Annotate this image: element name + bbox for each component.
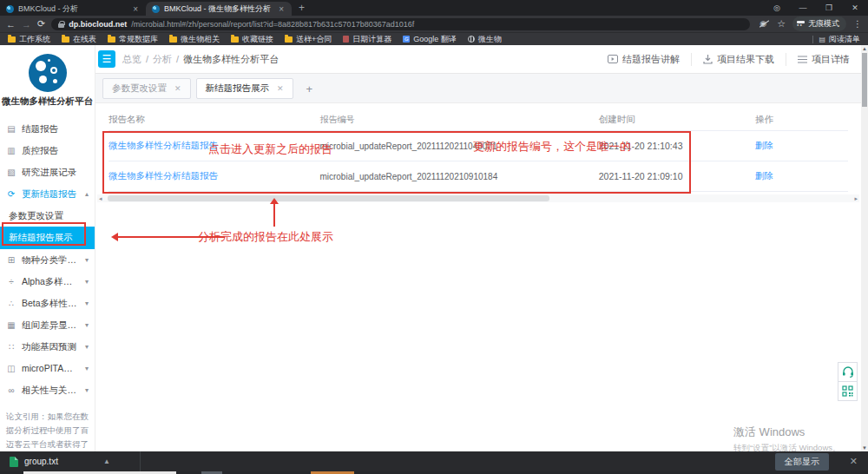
close-button[interactable]: ✕ [842, 0, 868, 16]
chevron-up-icon[interactable]: ▲ [103, 458, 110, 465]
cluster-icon: ∷ [6, 342, 16, 352]
sidebar-item-update-report[interactable]: ⟳ 更新结题报告 ▴ [0, 183, 95, 205]
folder-icon [8, 36, 16, 43]
sidebar-item-micropita[interactable]: ◫ microPITA分析 ▾ [0, 358, 95, 379]
forward-icon[interactable]: → [22, 19, 31, 30]
breadcrumb-section[interactable]: 分析 [153, 53, 172, 66]
sidebar-item-beta-diversity[interactable]: ∴ Beta多样性分析 ▾ [0, 293, 95, 314]
bookmark-link[interactable]: 微生物 [468, 34, 502, 45]
bookmark-folder[interactable]: 微生物相关 [169, 34, 220, 45]
eye-off-icon[interactable] [760, 20, 770, 29]
list-icon [798, 56, 807, 63]
annotation-unique-note: 更新的报告编号，这个是唯一的 [473, 139, 631, 155]
vertical-scrollbar[interactable]: ▲ ▼ [861, 45, 868, 451]
bookmark-link[interactable]: GGoogle 翻译 [403, 34, 457, 45]
tab-new-report-display[interactable]: 新结题报告展示 ✕ [196, 78, 293, 99]
tab-close-icon[interactable]: ✕ [174, 84, 181, 93]
project-details-button[interactable]: 项目详情 [786, 53, 861, 66]
browser-tab-analysis[interactable]: BMKCloud - 分析 × [0, 2, 146, 16]
browser-menu-icon[interactable]: ⋮ [853, 19, 862, 29]
folder-icon [285, 36, 293, 43]
reading-list-button[interactable]: ▤阅读清单 [819, 34, 860, 45]
breadcrumb-home[interactable]: 总览 [122, 53, 141, 66]
bookmark-star-icon[interactable]: ☆ [777, 18, 786, 30]
reload-icon[interactable]: ⟳ [37, 18, 45, 30]
back-icon[interactable]: ← [6, 19, 16, 30]
sidebar-item-correlation[interactable]: ∞ 相关性与关联分析 ▾ [0, 379, 95, 401]
delete-button[interactable]: 删除 [755, 140, 848, 152]
annotation-arrow-left-head [111, 233, 118, 241]
profile-icon[interactable]: ◎ [764, 0, 790, 16]
add-tab-button[interactable]: + [299, 78, 321, 99]
bookmark-link[interactable]: 日期计算器 [343, 34, 391, 45]
globe-icon [468, 36, 475, 43]
restore-button[interactable]: ❐ [816, 0, 842, 16]
divider [140, 451, 141, 471]
new-tab-button[interactable]: + [299, 2, 305, 14]
address-bar-icons: ☆ 无痕模式 ⋮ [760, 16, 862, 31]
scroll-down-icon[interactable]: ▼ [861, 445, 868, 451]
sidebar-item-group-difference[interactable]: ▦ 组间差异显著性分析 ▾ [0, 314, 95, 336]
qr-code-icon [842, 385, 853, 397]
column-create-time: 创建时间 [599, 114, 755, 126]
sidebar-item-progress-record[interactable]: ▧ 研究进展记录 [0, 161, 95, 183]
scrollbar-thumb[interactable] [108, 195, 549, 201]
scroll-left-icon[interactable]: ◂ [99, 194, 102, 202]
annotation-box-sidebar [2, 222, 86, 246]
report-explain-button[interactable]: 结题报告讲解 [596, 53, 691, 66]
bookmark-folder[interactable]: 在线表 [62, 34, 96, 45]
header-actions: 结题报告讲解 项目结果下载 项目详情 [596, 53, 861, 66]
sidebar-item-qc-report[interactable]: ▥ 质控报告 [0, 140, 95, 161]
customer-service-button[interactable] [838, 362, 858, 382]
sidebar-item-gene-prediction[interactable]: ∷ 功能基因预测 ▾ [0, 336, 95, 358]
window-controls: ◎ — ❐ ✕ [764, 0, 868, 16]
divider [812, 36, 813, 43]
bookmark-folder[interactable]: 收藏链接 [231, 34, 273, 45]
table-header-row: 报告名称 报告编号 创建时间 操作 [108, 109, 848, 131]
chevron-up-icon: ▴ [85, 190, 89, 198]
url-bar[interactable]: dp.biocloud.net/microbial.html#/zh/perso… [51, 18, 750, 30]
incognito-badge[interactable]: 无痕模式 [792, 16, 846, 31]
browser-tab-microbial[interactable]: BMKCloud - 微生物多样性分析 × [146, 2, 292, 16]
scroll-right-icon[interactable]: ▸ [854, 194, 858, 202]
folder-icon [108, 36, 115, 43]
download-icon [703, 55, 713, 64]
url-domain: dp.biocloud.net [69, 20, 127, 29]
browser-toolbar: ← → ⟳ dp.biocloud.net/microbial.html#/zh… [0, 16, 868, 32]
scrollbar-thumb[interactable] [862, 53, 867, 107]
tab-param-settings[interactable]: 参数更改设置 ✕ [102, 78, 191, 99]
sidebar-item-taxonomy[interactable]: ⊞ 物种分类学分析 ▾ [0, 249, 95, 271]
tab-close-icon[interactable]: × [131, 4, 140, 14]
sidebar: 微生物多样性分析平台 ▤ 结题报告 ▥ 质控报告 ▧ 研究进展记录 ⟳ 更新结题… [0, 45, 95, 451]
minimize-button[interactable]: — [790, 0, 816, 16]
url-path: /microbial.html#/zh/personal/report/list… [131, 20, 414, 29]
bookmark-folder[interactable]: 常规数据库 [108, 34, 158, 45]
bmkcloud-favicon [152, 5, 160, 13]
sidebar-item-alpha-diversity[interactable]: ÷ Alpha多样性分析 ▾ [0, 271, 95, 293]
page-icon [343, 36, 349, 43]
horizontal-scrollbar[interactable]: ◂ ▸ [97, 194, 859, 202]
downloaded-file-name[interactable]: group.txt [24, 457, 58, 466]
chevron-down-icon: ▾ [85, 278, 89, 286]
qr-code-button[interactable] [838, 381, 858, 401]
delete-button[interactable]: 删除 [755, 170, 848, 182]
bookmark-folder[interactable]: 送样+合同 [285, 34, 332, 45]
sidebar-item-final-report[interactable]: ▤ 结题报告 [0, 118, 95, 140]
tab-close-icon[interactable]: × [277, 4, 286, 14]
citation-note: 论文引用：如果您在数据分析过程中使用了百迈客云平台或者获得了其他有效帮助，我们期… [0, 401, 95, 451]
close-shelf-icon[interactable]: ✕ [850, 456, 858, 467]
scroll-up-icon[interactable]: ▲ [861, 46, 868, 51]
folder-icon [231, 36, 239, 43]
chevron-down-icon: ▾ [85, 386, 89, 394]
chevron-down-icon: ▾ [85, 300, 89, 307]
annotation-arrow-up-head [270, 198, 279, 204]
bookmark-folder[interactable]: 工作系统 [8, 34, 50, 45]
reading-list-icon: ▤ [819, 36, 825, 43]
show-all-downloads-button[interactable]: 全部显示 [775, 453, 829, 471]
tab-close-icon[interactable]: ✕ [277, 84, 284, 93]
menu-toggle-button[interactable]: ☰ [98, 50, 115, 68]
result-download-button[interactable]: 项目结果下载 [691, 53, 786, 66]
folder-icon [62, 36, 69, 43]
download-shelf: group.txt ▲ 全部显示 ✕ [0, 451, 868, 471]
breadcrumb: 总览/ 分析/ 微生物多样性分析平台 [122, 53, 279, 66]
